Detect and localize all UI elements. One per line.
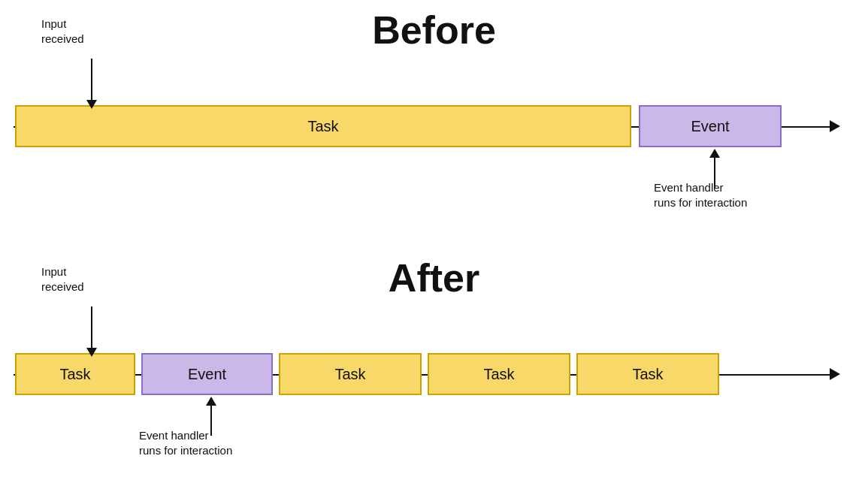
before-input-arrow-head xyxy=(86,100,97,109)
after-task-box-1: Task xyxy=(15,353,135,395)
before-timeline-arrow xyxy=(830,120,840,132)
after-input-label: Inputreceived xyxy=(41,264,84,294)
after-timeline-arrow xyxy=(830,368,840,380)
before-title: Before xyxy=(0,8,868,53)
after-task-box-2: Task xyxy=(279,353,422,395)
before-connector xyxy=(631,126,639,128)
after-input-arrow xyxy=(86,306,97,357)
before-event-handler-arrow-head xyxy=(709,149,720,158)
before-input-arrow-line xyxy=(91,59,92,100)
before-task-box: Task xyxy=(15,105,631,147)
before-input-label: Inputreceived xyxy=(41,17,84,46)
after-connector-3 xyxy=(422,374,428,376)
after-connector-4 xyxy=(570,374,576,376)
before-event-box: Event xyxy=(639,105,782,147)
after-event-handler-label: Event handlerruns for interaction xyxy=(139,428,232,457)
after-task-box-3: Task xyxy=(428,353,570,395)
after-connector-2 xyxy=(273,374,279,376)
diagram-container: Before Task Event Inputreceived Event ha… xyxy=(0,0,868,486)
after-connector-1 xyxy=(135,374,141,376)
after-title: After xyxy=(0,255,868,300)
after-input-arrow-line xyxy=(91,306,92,348)
after-input-arrow-head xyxy=(86,348,97,357)
after-event-handler-arrow-head xyxy=(206,397,216,406)
after-event-box: Event xyxy=(141,353,273,395)
before-event-handler-label: Event handlerruns for interaction xyxy=(654,180,747,210)
after-task-box-4: Task xyxy=(576,353,719,395)
before-input-arrow xyxy=(86,59,97,109)
